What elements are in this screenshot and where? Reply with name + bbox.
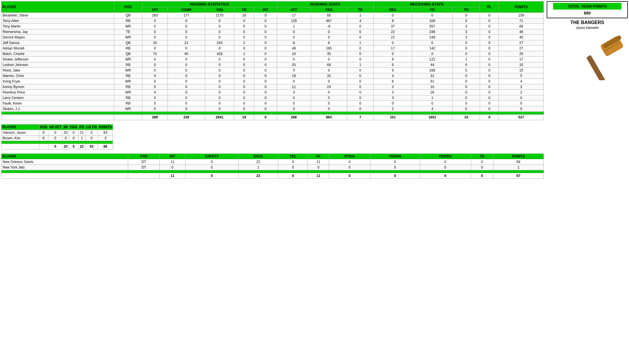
- total-team-points: 680: [553, 10, 621, 17]
- defense-totals-row: 11023011000067: [1, 173, 544, 179]
- defense-table: PLAYERPOSINTSAFETYSACKTKLFFPTS/AYDS/PAYD…: [1, 153, 544, 179]
- fl-col-header: FL: [480, 1, 499, 13]
- kicker-row: Hanson, JasonK020021083: [1, 130, 113, 136]
- table-row: Shawn JeffersonWR0000000091221017: [1, 57, 544, 62]
- player-col-header: PLAYER: [1, 1, 114, 13]
- table-row: Adrian MurrellRB00000481650171420027: [1, 46, 544, 51]
- pass-comp-header: COMP: [168, 7, 205, 13]
- rec-rec-header: REC: [373, 7, 412, 13]
- totals-row: 389238284119026886371511851100527: [1, 115, 544, 120]
- manager-name: Jason Hamelin: [547, 26, 628, 31]
- pos-col-header: POS: [114, 1, 142, 13]
- table-row: Reed, JakeWR0000000091680015: [1, 68, 544, 73]
- passing-header: PASSING STATISTICS: [142, 1, 277, 7]
- rec-td-header: TD: [452, 7, 480, 13]
- receiving-header: RECEIVING STATS: [373, 1, 480, 7]
- total-team-label: TOTAL TEAM POINTS: [553, 3, 621, 10]
- table-row: Terry AllenRB00000129467481080071: [1, 18, 544, 24]
- rush-yds-header: YDS: [311, 7, 347, 13]
- table-row: Stokes, J.J.WR0000000024000: [1, 106, 544, 112]
- table-row: Leshon JohnsonRB00000206816440015: [1, 62, 544, 68]
- table-row: Jeff GarciaQB332124320881000027: [1, 40, 544, 46]
- pass-td-header: TD: [234, 7, 254, 13]
- table-row: Faulk, KevinRB0000055000000: [1, 101, 544, 106]
- table-row: Riemersma, JayTE00000000223383048: [1, 29, 544, 35]
- pass-yds-header: YDS: [205, 7, 234, 13]
- total-team-box: TOTAL TEAM POINTS 680: [547, 1, 628, 18]
- right-panel: TOTAL TEAM POINTS 680 THE BANGERS Jason …: [547, 1, 628, 80]
- pass-int-header: INT: [254, 7, 277, 13]
- table-row: Batch, CharlieQB73404281010350000025: [1, 51, 544, 57]
- kicker-row: Brown, KrisK000103: [1, 136, 113, 141]
- hammer-icon: [547, 34, 628, 80]
- pass-att-header: ATT: [142, 7, 168, 13]
- svg-rect-0: [586, 55, 605, 80]
- team-name: THE BANGERS: [547, 18, 628, 26]
- defense-row: New Orleans SaintsDT11022011000066: [1, 159, 544, 165]
- table-row: Tony MartinWR000001-60375573069: [1, 24, 544, 29]
- rush-td-header: TD: [347, 7, 373, 13]
- rushing-header: RUSHING STATS: [277, 1, 374, 7]
- defense-row: New York JetsDT0010000001: [1, 165, 544, 170]
- table-row: Peerless PriceWR00000000326002: [1, 90, 544, 95]
- rec-yd-header: YD: [412, 7, 452, 13]
- points-col-header: POINTS: [499, 1, 544, 13]
- table-row: Beuerlein, SteveQB2831772170160176510000…: [1, 13, 544, 18]
- table-row: Warren, ChrisRB0000019320431005: [1, 73, 544, 79]
- table-row: Kenny BynumRB0000011240310003: [1, 84, 544, 90]
- table-row: Irving FryarWR00000000651004: [1, 79, 544, 84]
- kicker-table: PLAYERPOSXP ATTXPFGAFGLG FGPOINTS Hanson…: [1, 124, 113, 149]
- rush-att-header: ATT: [277, 7, 311, 13]
- table-row: Derrick MayesWR00000000222493040: [1, 35, 544, 40]
- table-row: Larry CentersRB0000000031000: [1, 95, 544, 101]
- kicker-totals-row: 0200225386: [1, 144, 113, 149]
- stats-table-top: PLAYER POS PASSING STATISTICS RUSHING ST…: [1, 1, 544, 120]
